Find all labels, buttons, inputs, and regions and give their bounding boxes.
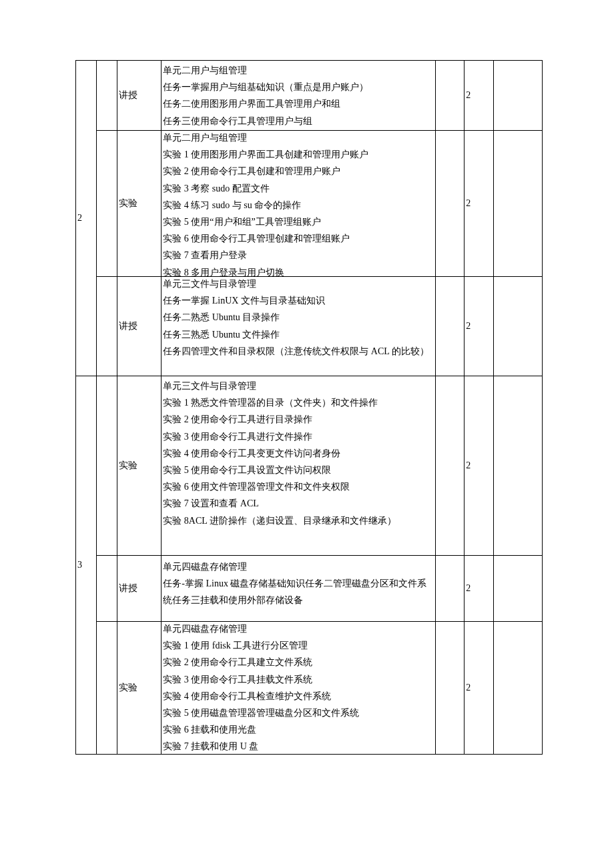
hours-cell: 2 (465, 131, 493, 277)
table-row: 3 实验 单元三文件与目录管理 实验 1 熟悉文件管理器的目录（文件夹）和文件操… (76, 376, 543, 556)
week-number: 3 (77, 560, 82, 570)
type-cell: 讲授 (117, 277, 162, 376)
blank-cell (435, 622, 464, 755)
hours-value: 2 (466, 683, 471, 693)
content-cell: 单元三文件与目录管理 任务一掌握 LinUX 文件与目录基础知识 任务二熟悉 U… (162, 277, 435, 376)
blank-cell (493, 277, 542, 376)
blank-cell (493, 556, 542, 622)
type-cell: 讲授 (117, 61, 162, 131)
hours-cell: 2 (465, 61, 493, 131)
blank-cell (435, 131, 464, 277)
type-label: 实验 (119, 683, 137, 693)
type-label: 讲授 (119, 321, 137, 331)
blank-cell (493, 376, 542, 556)
week-number: 2 (77, 213, 82, 223)
table-row: 2 讲授 单元二用户与组管理 任务一掌握用户与组基础知识（重点是用户账户） 任务… (76, 61, 543, 131)
content-cell: 单元四磁盘存储管理 实验 1 使用 fdisk 工具进行分区管理 实验 2 使用… (162, 622, 435, 755)
type-label: 实验 (119, 460, 137, 470)
session-cell (96, 131, 117, 277)
session-cell (96, 622, 117, 755)
hours-value: 2 (466, 583, 471, 593)
content-text: 单元三文件与目录管理 任务一掌握 LinUX 文件与目录基础知识 任务二熟悉 U… (163, 277, 433, 360)
content-text: 单元二用户与组管理 实验 1 使用图形用户界面工具创建和管理用户账户 实验 2 … (163, 131, 433, 277)
table-row: 实验 单元二用户与组管理 实验 1 使用图形用户界面工具创建和管理用户账户 实验… (76, 131, 543, 277)
session-cell (96, 277, 117, 376)
type-cell: 实验 (117, 131, 162, 277)
syllabus-table: 2 讲授 单元二用户与组管理 任务一掌握用户与组基础知识（重点是用户账户） 任务… (75, 60, 543, 755)
type-label: 实验 (119, 198, 137, 208)
session-cell (96, 556, 117, 622)
content-text: 单元三文件与目录管理 实验 1 熟悉文件管理器的目录（文件夹）和文件操作 实验 … (163, 378, 433, 529)
hours-cell: 2 (465, 622, 493, 755)
type-cell: 实验 (117, 376, 162, 556)
content-cell: 单元四磁盘存储管理 任务-掌握 Linux 磁盘存储基础知识任务二管理磁盘分区和… (162, 556, 435, 622)
table-row: 讲授 单元三文件与目录管理 任务一掌握 LinUX 文件与目录基础知识 任务二熟… (76, 277, 543, 376)
hours-value: 2 (466, 90, 471, 100)
blank-cell (435, 556, 464, 622)
type-cell: 讲授 (117, 556, 162, 622)
type-label: 讲授 (119, 90, 137, 100)
hours-value: 2 (466, 198, 471, 208)
type-label: 讲授 (119, 583, 137, 593)
blank-cell (493, 622, 542, 755)
week-cell: 3 (76, 376, 97, 755)
blank-cell (435, 277, 464, 376)
page: 2 讲授 单元二用户与组管理 任务一掌握用户与组基础知识（重点是用户账户） 任务… (0, 0, 614, 868)
session-cell (96, 61, 117, 131)
blank-cell (435, 61, 464, 131)
content-text: 单元四磁盘存储管理 任务-掌握 Linux 磁盘存储基础知识任务二管理磁盘分区和… (163, 558, 433, 609)
hours-value: 2 (466, 321, 471, 331)
table-row: 讲授 单元四磁盘存储管理 任务-掌握 Linux 磁盘存储基础知识任务二管理磁盘… (76, 556, 543, 622)
session-cell (96, 376, 117, 556)
hours-cell: 2 (465, 376, 493, 556)
content-text: 单元四磁盘存储管理 实验 1 使用 fdisk 工具进行分区管理 实验 2 使用… (163, 622, 433, 755)
content-cell: 单元二用户与组管理 实验 1 使用图形用户界面工具创建和管理用户账户 实验 2 … (162, 131, 435, 277)
hours-cell: 2 (465, 556, 493, 622)
blank-cell (493, 131, 542, 277)
content-cell: 单元二用户与组管理 任务一掌握用户与组基础知识（重点是用户账户） 任务二使用图形… (162, 61, 435, 131)
hours-value: 2 (466, 460, 471, 470)
type-cell: 实验 (117, 622, 162, 755)
content-cell: 单元三文件与目录管理 实验 1 熟悉文件管理器的目录（文件夹）和文件操作 实验 … (162, 376, 435, 556)
week-cell: 2 (76, 61, 97, 376)
blank-cell (435, 376, 464, 556)
content-text: 单元二用户与组管理 任务一掌握用户与组基础知识（重点是用户账户） 任务二使用图形… (163, 62, 433, 129)
hours-cell: 2 (465, 277, 493, 376)
blank-cell (493, 61, 542, 131)
table-row: 实验 单元四磁盘存储管理 实验 1 使用 fdisk 工具进行分区管理 实验 2… (76, 622, 543, 755)
